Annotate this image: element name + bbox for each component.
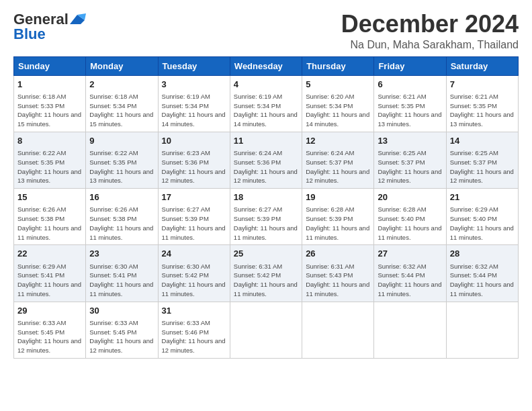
calendar-cell: 29Sunrise: 6:33 AMSunset: 5:45 PMDayligh… <box>14 302 86 358</box>
day-number: 13 <box>378 135 442 147</box>
calendar-cell: 18Sunrise: 6:27 AMSunset: 5:39 PMDayligh… <box>230 189 302 245</box>
day-number: 28 <box>450 248 515 260</box>
day-number: 3 <box>162 79 226 91</box>
calendar-cell: 25Sunrise: 6:31 AMSunset: 5:42 PMDayligh… <box>230 245 302 302</box>
day-number: 12 <box>306 135 370 147</box>
day-number: 22 <box>17 248 82 260</box>
location: Na Dun, Maha Sarakham, Thailand <box>341 39 519 51</box>
calendar-cell: 17Sunrise: 6:27 AMSunset: 5:39 PMDayligh… <box>158 189 230 245</box>
day-info: Sunrise: 6:21 AMSunset: 5:35 PMDaylight:… <box>450 92 515 129</box>
calendar-cell: 5Sunrise: 6:20 AMSunset: 5:34 PMDaylight… <box>302 75 374 132</box>
calendar-cell: 28Sunrise: 6:32 AMSunset: 5:44 PMDayligh… <box>446 245 518 302</box>
day-info: Sunrise: 6:26 AMSunset: 5:38 PMDaylight:… <box>17 205 82 242</box>
calendar-cell: 20Sunrise: 6:28 AMSunset: 5:40 PMDayligh… <box>374 189 446 245</box>
calendar-cell <box>446 302 518 358</box>
day-number: 20 <box>378 191 442 203</box>
calendar-cell: 9Sunrise: 6:22 AMSunset: 5:35 PMDaylight… <box>86 132 158 188</box>
day-number: 11 <box>234 135 298 147</box>
day-number: 2 <box>89 79 154 91</box>
logo-icon <box>69 13 86 26</box>
day-info: Sunrise: 6:31 AMSunset: 5:42 PMDaylight:… <box>234 262 298 299</box>
weekday-header-monday: Monday <box>86 56 158 75</box>
month-title: December 2024 <box>341 11 519 38</box>
weekday-header-tuesday: Tuesday <box>158 56 230 75</box>
logo-blue: Blue <box>13 26 46 43</box>
day-info: Sunrise: 6:29 AMSunset: 5:41 PMDaylight:… <box>17 262 82 299</box>
day-info: Sunrise: 6:19 AMSunset: 5:34 PMDaylight:… <box>234 92 298 129</box>
calendar-cell: 24Sunrise: 6:30 AMSunset: 5:42 PMDayligh… <box>158 245 230 302</box>
calendar-cell: 2Sunrise: 6:18 AMSunset: 5:34 PMDaylight… <box>86 75 158 132</box>
day-info: Sunrise: 6:30 AMSunset: 5:41 PMDaylight:… <box>89 262 154 299</box>
title-section: December 2024 Na Dun, Maha Sarakham, Tha… <box>341 11 519 51</box>
day-number: 31 <box>162 305 226 317</box>
day-number: 27 <box>378 248 442 260</box>
calendar-cell: 4Sunrise: 6:19 AMSunset: 5:34 PMDaylight… <box>230 75 302 132</box>
day-info: Sunrise: 6:33 AMSunset: 5:45 PMDaylight:… <box>17 318 82 355</box>
day-info: Sunrise: 6:32 AMSunset: 5:44 PMDaylight:… <box>450 262 515 299</box>
weekday-header-thursday: Thursday <box>302 56 374 75</box>
calendar-cell: 26Sunrise: 6:31 AMSunset: 5:43 PMDayligh… <box>302 245 374 302</box>
day-number: 14 <box>450 135 515 147</box>
day-info: Sunrise: 6:22 AMSunset: 5:35 PMDaylight:… <box>17 148 82 185</box>
calendar-cell: 11Sunrise: 6:24 AMSunset: 5:36 PMDayligh… <box>230 132 302 188</box>
day-number: 8 <box>17 135 82 147</box>
day-number: 17 <box>162 191 226 203</box>
logo: General Blue <box>13 11 86 43</box>
day-number: 24 <box>162 248 226 260</box>
day-info: Sunrise: 6:28 AMSunset: 5:40 PMDaylight:… <box>378 205 442 242</box>
day-info: Sunrise: 6:27 AMSunset: 5:39 PMDaylight:… <box>234 205 298 242</box>
calendar-cell: 31Sunrise: 6:33 AMSunset: 5:46 PMDayligh… <box>158 302 230 358</box>
day-number: 21 <box>450 191 515 203</box>
calendar-cell: 23Sunrise: 6:30 AMSunset: 5:41 PMDayligh… <box>86 245 158 302</box>
day-number: 19 <box>306 191 370 203</box>
day-info: Sunrise: 6:27 AMSunset: 5:39 PMDaylight:… <box>162 205 226 242</box>
day-number: 6 <box>378 79 442 91</box>
day-info: Sunrise: 6:30 AMSunset: 5:42 PMDaylight:… <box>162 262 226 299</box>
day-info: Sunrise: 6:31 AMSunset: 5:43 PMDaylight:… <box>306 262 370 299</box>
day-info: Sunrise: 6:32 AMSunset: 5:44 PMDaylight:… <box>378 262 442 299</box>
day-number: 1 <box>17 79 82 91</box>
day-info: Sunrise: 6:20 AMSunset: 5:34 PMDaylight:… <box>306 92 370 129</box>
day-number: 9 <box>89 135 154 147</box>
calendar-cell: 10Sunrise: 6:23 AMSunset: 5:36 PMDayligh… <box>158 132 230 188</box>
calendar-cell: 13Sunrise: 6:25 AMSunset: 5:37 PMDayligh… <box>374 132 446 188</box>
calendar-cell: 12Sunrise: 6:24 AMSunset: 5:37 PMDayligh… <box>302 132 374 188</box>
day-number: 25 <box>234 248 298 260</box>
calendar-cell: 8Sunrise: 6:22 AMSunset: 5:35 PMDaylight… <box>14 132 86 188</box>
day-info: Sunrise: 6:18 AMSunset: 5:33 PMDaylight:… <box>17 92 82 129</box>
day-info: Sunrise: 6:33 AMSunset: 5:46 PMDaylight:… <box>162 318 226 355</box>
day-number: 4 <box>234 79 298 91</box>
calendar-cell: 14Sunrise: 6:25 AMSunset: 5:37 PMDayligh… <box>446 132 518 188</box>
calendar-cell: 22Sunrise: 6:29 AMSunset: 5:41 PMDayligh… <box>14 245 86 302</box>
day-info: Sunrise: 6:29 AMSunset: 5:40 PMDaylight:… <box>450 205 515 242</box>
day-number: 10 <box>162 135 226 147</box>
day-number: 23 <box>89 248 154 260</box>
calendar-cell: 16Sunrise: 6:26 AMSunset: 5:38 PMDayligh… <box>86 189 158 245</box>
calendar-cell: 21Sunrise: 6:29 AMSunset: 5:40 PMDayligh… <box>446 189 518 245</box>
calendar-cell <box>302 302 374 358</box>
day-number: 7 <box>450 79 515 91</box>
calendar-cell: 3Sunrise: 6:19 AMSunset: 5:34 PMDaylight… <box>158 75 230 132</box>
day-info: Sunrise: 6:18 AMSunset: 5:34 PMDaylight:… <box>89 92 154 129</box>
calendar-cell: 15Sunrise: 6:26 AMSunset: 5:38 PMDayligh… <box>14 189 86 245</box>
day-number: 30 <box>89 305 154 317</box>
day-number: 29 <box>17 305 82 317</box>
calendar-cell: 6Sunrise: 6:21 AMSunset: 5:35 PMDaylight… <box>374 75 446 132</box>
day-info: Sunrise: 6:21 AMSunset: 5:35 PMDaylight:… <box>378 92 442 129</box>
calendar-cell: 27Sunrise: 6:32 AMSunset: 5:44 PMDayligh… <box>374 245 446 302</box>
day-number: 26 <box>306 248 370 260</box>
calendar-table: SundayMondayTuesdayWednesdayThursdayFrid… <box>13 56 519 359</box>
weekday-header-friday: Friday <box>374 56 446 75</box>
calendar-cell: 7Sunrise: 6:21 AMSunset: 5:35 PMDaylight… <box>446 75 518 132</box>
day-info: Sunrise: 6:25 AMSunset: 5:37 PMDaylight:… <box>378 148 442 185</box>
weekday-header-sunday: Sunday <box>14 56 86 75</box>
weekday-header-saturday: Saturday <box>446 56 518 75</box>
calendar-cell: 30Sunrise: 6:33 AMSunset: 5:45 PMDayligh… <box>86 302 158 358</box>
day-info: Sunrise: 6:24 AMSunset: 5:37 PMDaylight:… <box>306 148 370 185</box>
calendar-cell <box>374 302 446 358</box>
calendar-cell: 1Sunrise: 6:18 AMSunset: 5:33 PMDaylight… <box>14 75 86 132</box>
day-number: 5 <box>306 79 370 91</box>
day-number: 15 <box>17 191 82 203</box>
day-info: Sunrise: 6:24 AMSunset: 5:36 PMDaylight:… <box>234 148 298 185</box>
day-info: Sunrise: 6:22 AMSunset: 5:35 PMDaylight:… <box>89 148 154 185</box>
